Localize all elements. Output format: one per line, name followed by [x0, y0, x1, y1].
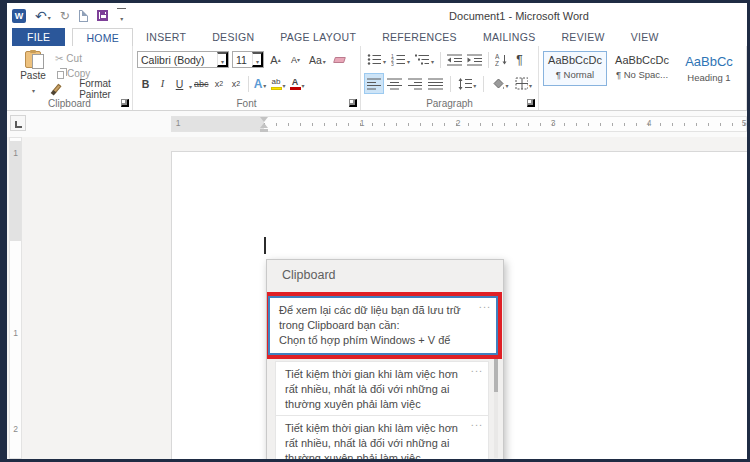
clipboard-item-1[interactable]: Để xem lại các dữ liệu bạn đã lưu trữ tr… [270, 298, 496, 353]
customize-qat-button[interactable] [117, 8, 126, 24]
ruler-number: 1 [176, 118, 181, 128]
bold-button[interactable]: B [137, 74, 154, 93]
grow-font-button[interactable]: A [267, 50, 284, 69]
subscript-button[interactable]: x2 [211, 74, 228, 93]
line-spacing-button[interactable] [456, 74, 478, 93]
undo-button[interactable]: ↶ [35, 8, 51, 23]
paragraph-dialog-launcher[interactable] [527, 99, 535, 107]
clipboard-item-text: trong Clipboard bạn cần: [279, 318, 472, 333]
change-case-button[interactable]: Aa [307, 50, 328, 69]
save-icon [97, 10, 108, 21]
tab-stop-selector[interactable] [10, 115, 26, 131]
chevron-down-icon [256, 52, 259, 67]
align-center-button[interactable] [385, 74, 403, 93]
align-left-button[interactable] [365, 74, 383, 93]
align-right-button[interactable] [406, 74, 424, 93]
superscript-button[interactable]: x2 [228, 74, 245, 93]
clipboard-item-2[interactable]: Tiết kiệm thời gian khi làm việc hơn rất… [275, 361, 489, 418]
sort-button[interactable]: A Z [493, 50, 510, 69]
ruler-number: 3 [551, 118, 556, 128]
clipboard-item-text: Để xem lại các dữ liệu bạn đã lưu trữ [279, 303, 472, 318]
chevron-down-icon [283, 78, 286, 90]
text-effects-icon: A [254, 77, 263, 91]
chevron-down-icon [407, 54, 410, 66]
clipboard-dialog-launcher[interactable] [121, 99, 129, 107]
word-logo-icon[interactable]: W [12, 9, 26, 23]
text-effects-button[interactable]: A [252, 74, 269, 93]
ruler-number: 5 [742, 118, 747, 128]
font-size-dropdown[interactable] [252, 52, 263, 67]
justify-icon [428, 77, 442, 90]
align-center-icon [387, 77, 401, 90]
ruler-number: 1 [10, 328, 21, 338]
horizontal-ruler: 1 1 2 3 4 5 [171, 116, 747, 132]
cut-button[interactable]: ✂ Cut [55, 51, 128, 66]
style-heading-1[interactable]: AaBbCc Heading 1 [677, 51, 741, 86]
item-menu-button[interactable]: ... [471, 416, 483, 428]
decrease-indent-button[interactable] [445, 50, 464, 69]
style-no-spacing[interactable]: AaBbCcDc ¶ No Spac... [610, 51, 674, 86]
tab-file[interactable]: FILE [12, 28, 65, 46]
tab-page-layout[interactable]: PAGE LAYOUT [267, 28, 369, 46]
font-size-combobox[interactable]: 11 [232, 51, 264, 68]
style-heading-2[interactable]: AaBb Head [744, 51, 747, 86]
tab-home[interactable]: HOME [72, 28, 133, 46]
font-name-dropdown[interactable] [217, 52, 228, 67]
chevron-down-icon [263, 78, 266, 90]
font-dialog-launcher[interactable] [349, 99, 357, 107]
first-line-indent-marker[interactable] [260, 117, 268, 122]
italic-button[interactable]: I [154, 74, 171, 93]
numbering-button[interactable]: 123 [389, 50, 412, 69]
show-hide-marks-button[interactable]: ¶ [511, 50, 528, 69]
shrink-font-button[interactable]: A [287, 50, 304, 69]
strikethrough-button[interactable]: abc [192, 74, 211, 93]
underline-button[interactable]: U [171, 74, 188, 93]
text-highlight-button[interactable]: ab [269, 74, 288, 93]
ribbon-tab-bar: FILE HOME INSERT DESIGN PAGE LAYOUT REFE… [7, 28, 747, 46]
clipboard-item-text: Tiết kiệm thời gian khi làm việc hơn [285, 421, 464, 436]
tab-design[interactable]: DESIGN [199, 28, 267, 46]
font-color-button[interactable]: A [288, 74, 307, 93]
decrease-indent-icon [447, 53, 462, 66]
tab-view[interactable]: VIEW [618, 28, 672, 46]
shading-button[interactable] [489, 74, 510, 93]
paste-button[interactable]: Paste [11, 49, 55, 96]
style-sample: AaBbCcDc [548, 54, 602, 66]
text-cursor [264, 237, 266, 254]
hanging-indent-marker[interactable] [260, 123, 268, 128]
tab-references[interactable]: REFERENCES [369, 28, 470, 46]
save-button[interactable] [97, 10, 108, 21]
style-name: ¶ Normal [556, 69, 594, 80]
eraser-icon [333, 57, 346, 63]
clipboard-panel: Clipboard Để xem lại các dữ liệu bạn đã … [266, 259, 504, 459]
redo-button[interactable]: ↻ [60, 10, 70, 22]
item-menu-button[interactable]: ... [471, 362, 483, 374]
selected-item-border: Để xem lại các dữ liệu bạn đã lưu trữ tr… [268, 296, 498, 355]
chevron-down-icon [431, 54, 434, 66]
clipboard-item-text: rất nhiều, nhất là đối với những ai [285, 382, 464, 397]
new-document-button[interactable] [79, 10, 88, 22]
tab-review[interactable]: REVIEW [548, 28, 617, 46]
tab-insert[interactable]: INSERT [133, 28, 199, 46]
superscript-mark: 2 [236, 80, 240, 87]
justify-button[interactable] [426, 74, 444, 93]
line-spacing-icon [458, 77, 472, 90]
clipboard-item-3[interactable]: Tiết kiệm thời gian khi làm việc hơn rất… [275, 415, 489, 459]
align-right-icon [408, 77, 422, 90]
bullets-button[interactable] [365, 50, 388, 69]
ruler-number: 1 [10, 148, 21, 158]
item-menu-button[interactable]: ... [479, 298, 491, 310]
increase-indent-button[interactable] [465, 50, 484, 69]
title-bar: W ↶ ↻ Document1 - Microsoft Word [7, 3, 747, 28]
multilevel-list-button[interactable] [413, 50, 436, 69]
borders-button[interactable] [513, 74, 534, 93]
redo-icon: ↻ [60, 10, 70, 22]
ribbon: Paste ✂ Cut Copy Format Painter Clipboar… [7, 46, 747, 111]
style-normal[interactable]: AaBbCcDc ¶ Normal [543, 51, 607, 86]
clear-formatting-button[interactable] [331, 50, 348, 69]
left-indent-marker[interactable] [260, 129, 268, 132]
undo-icon: ↶ [35, 10, 47, 22]
font-name-combobox[interactable]: Calibri (Body) [137, 51, 229, 68]
tab-mailings[interactable]: MAILINGS [470, 28, 549, 46]
format-painter-button[interactable]: Format Painter [55, 81, 128, 96]
